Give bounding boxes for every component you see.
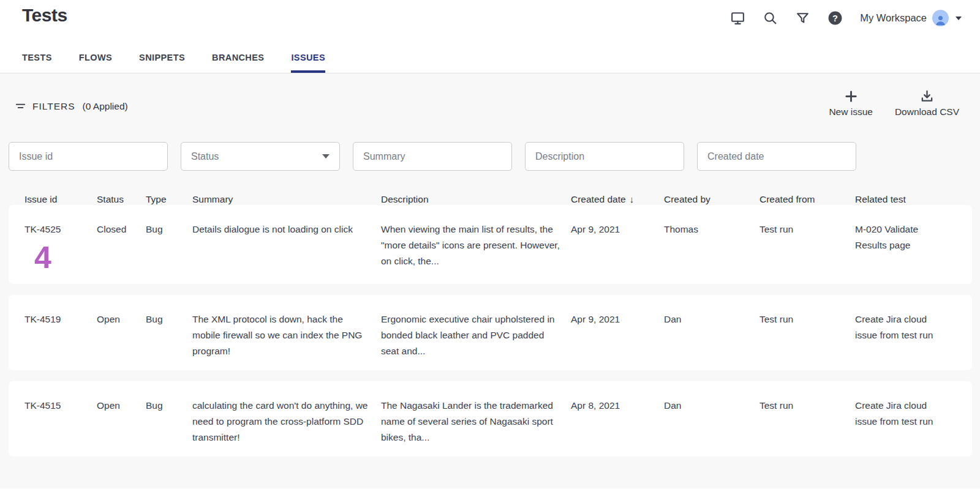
page-title: Tests: [22, 5, 67, 26]
filters-label: FILTERS: [32, 101, 75, 112]
issue-id-cell: TK-4525 4: [24, 222, 97, 273]
created-from-cell: Test run: [760, 311, 855, 359]
column-header-created-from[interactable]: Created from: [760, 194, 855, 205]
summary-cell: Details dialogue is not loading on click: [192, 222, 373, 273]
column-header-summary[interactable]: Summary: [192, 194, 381, 205]
filters-toggle[interactable]: FILTERS (0 Applied): [15, 100, 128, 112]
related-test-cell: Create Jira cloud issue from test run: [855, 398, 941, 445]
created-date-cell: Apr 9, 2021: [571, 311, 664, 359]
description-cell: The Nagasaki Lander is the trademarked n…: [381, 398, 562, 445]
chevron-down-icon: [956, 17, 962, 20]
sort-desc-icon: ↓: [630, 194, 635, 204]
column-header-type[interactable]: Type: [146, 194, 192, 205]
created-date-filter-input[interactable]: [697, 142, 856, 171]
tab-tests[interactable]: TESTS: [22, 53, 52, 73]
created-by-cell: Dan: [664, 311, 760, 359]
table-row[interactable]: TK-4519 Open Bug The XML protocol is dow…: [9, 295, 972, 370]
top-bar: Tests ? My Workspace: [0, 0, 980, 35]
created-from-cell: Test run: [760, 222, 855, 273]
status-cell: Open: [97, 398, 146, 445]
table-row[interactable]: TK-4525 4 Closed Bug Details dialogue is…: [9, 205, 972, 284]
tab-flows[interactable]: FLOWS: [79, 53, 112, 73]
filter-funnel-icon[interactable]: [795, 10, 810, 26]
created-by-cell: Dan: [664, 398, 760, 445]
issue-id-filter-input[interactable]: [9, 142, 168, 171]
tab-branches[interactable]: BRANCHES: [212, 53, 264, 73]
chevron-down-icon: [322, 154, 330, 158]
monitor-icon[interactable]: [730, 10, 745, 26]
status-filter-select[interactable]: Status: [181, 142, 340, 171]
column-header-description[interactable]: Description: [381, 194, 571, 205]
column-header-created-by[interactable]: Created by: [664, 194, 760, 205]
column-header-related-test[interactable]: Related test: [855, 194, 959, 205]
created-from-cell: Test run: [760, 398, 855, 445]
column-header-issue-id[interactable]: Issue id: [24, 194, 97, 205]
new-issue-label: New issue: [829, 106, 873, 117]
status-cell: Open: [97, 311, 146, 359]
download-csv-label: Download CSV: [895, 106, 959, 117]
related-test-cell: M-020 Validate Results page: [855, 222, 941, 273]
avatar[interactable]: [932, 10, 949, 26]
workspace-menu[interactable]: My Workspace: [860, 10, 962, 26]
created-date-cell: Apr 9, 2021: [571, 222, 664, 273]
summary-cell: calculating the card won't do anything, …: [192, 398, 373, 445]
table-row[interactable]: TK-4515 Open Bug calculating the card wo…: [9, 381, 972, 456]
status-cell: Closed: [97, 222, 146, 273]
filter-lines-icon: [15, 100, 26, 112]
description-filter-input[interactable]: [525, 142, 684, 171]
summary-cell: The XML protocol is down, hack the mobil…: [192, 311, 373, 359]
column-header-created-date[interactable]: Created date↓: [571, 194, 664, 205]
filter-inputs-row: Status: [0, 117, 980, 171]
filters-bar: FILTERS (0 Applied) New issue Download C…: [0, 73, 980, 117]
search-icon[interactable]: [763, 10, 778, 26]
created-date-cell: Apr 8, 2021: [571, 398, 664, 445]
plus-icon: [844, 89, 858, 103]
tab-bar: TESTS FLOWS SNIPPETS BRANCHES ISSUES: [0, 53, 980, 73]
tab-issues[interactable]: ISSUES: [291, 53, 325, 73]
new-issue-button[interactable]: New issue: [829, 89, 873, 117]
issue-id-value: TK-4525: [24, 222, 97, 237]
summary-filter-input[interactable]: [353, 142, 512, 171]
created-date-header-label: Created date: [571, 194, 626, 204]
filters-applied-count: (0 Applied): [83, 101, 128, 112]
column-header-status[interactable]: Status: [97, 194, 146, 205]
related-test-cell: Create Jira cloud issue from test run: [855, 311, 941, 359]
download-csv-button[interactable]: Download CSV: [895, 89, 959, 117]
workspace-label: My Workspace: [860, 12, 927, 24]
description-cell: When viewing the main list of results, t…: [381, 222, 562, 273]
table-actions: New issue Download CSV: [829, 89, 959, 117]
download-icon: [920, 89, 934, 103]
created-by-cell: Thomas: [664, 222, 760, 273]
issues-panel: FILTERS (0 Applied) New issue Download C…: [0, 73, 980, 488]
top-bar-actions: ? My Workspace: [730, 10, 962, 26]
status-filter-placeholder: Status: [191, 151, 219, 162]
annotation-step-number: 4: [34, 242, 97, 273]
svg-text:?: ?: [832, 13, 838, 23]
type-cell: Bug: [146, 311, 192, 359]
type-cell: Bug: [146, 398, 192, 445]
type-cell: Bug: [146, 222, 192, 273]
tab-snippets[interactable]: SNIPPETS: [139, 53, 185, 73]
issue-id-cell: TK-4519: [24, 311, 97, 359]
help-icon[interactable]: ?: [827, 10, 843, 26]
description-cell: Ergonomic executive chair upholstered in…: [381, 311, 562, 359]
table-header-row: Issue id Status Type Summary Description…: [0, 194, 980, 205]
issue-id-cell: TK-4515: [24, 398, 97, 445]
